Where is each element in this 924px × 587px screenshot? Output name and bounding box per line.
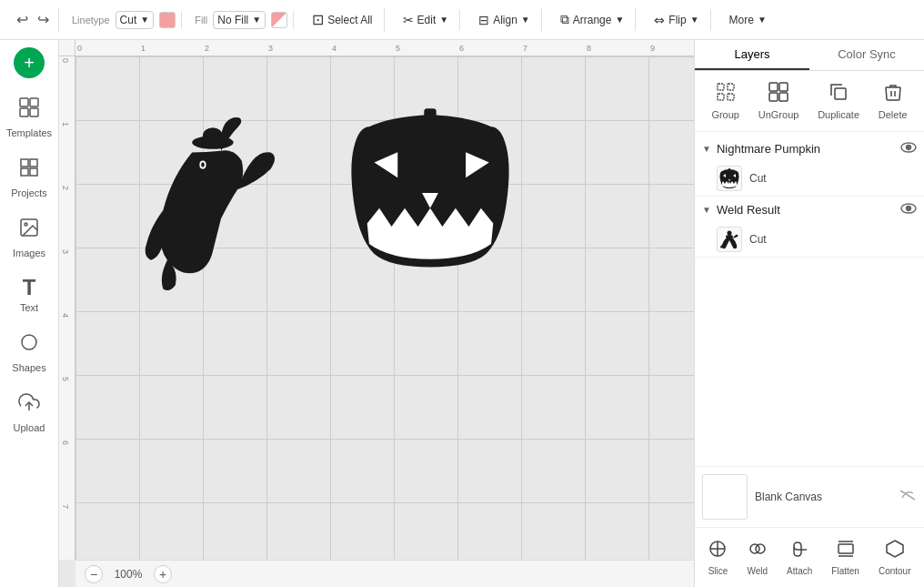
slice-button[interactable]: Slice bbox=[702, 535, 733, 580]
sidebar-item-upload-label: Upload bbox=[14, 422, 45, 433]
duplicate-label: Duplicate bbox=[818, 109, 859, 120]
arrange-button[interactable]: ⧉ Arrange ▼ bbox=[555, 8, 630, 31]
svg-rect-47 bbox=[839, 544, 853, 553]
svg-point-32 bbox=[907, 146, 911, 150]
ungroup-button[interactable]: UnGroup bbox=[751, 78, 807, 124]
svg-rect-1 bbox=[30, 98, 38, 106]
svg-marker-50 bbox=[887, 541, 903, 557]
more-button[interactable]: More ▼ bbox=[724, 10, 772, 30]
text-icon: T bbox=[23, 277, 36, 299]
preview-label: Blank Canvas bbox=[755, 491, 891, 503]
delete-button[interactable]: Delete bbox=[871, 78, 915, 124]
layer-thumb-pumpkin bbox=[717, 166, 742, 191]
svg-rect-0 bbox=[20, 98, 28, 106]
layer-thumb-witch bbox=[717, 227, 742, 252]
layer-header-nightmare-pumpkin[interactable]: ▼ Nightmare Pumpkin bbox=[695, 136, 924, 161]
sidebar-item-images[interactable]: Images bbox=[3, 209, 55, 266]
weld-icon bbox=[748, 539, 768, 563]
action-buttons-row: Group UnGroup bbox=[695, 71, 924, 132]
linetype-label: Linetype bbox=[72, 15, 110, 25]
svg-rect-22 bbox=[718, 94, 724, 100]
layer-group-weld-result: ▼ Weld Result bbox=[695, 197, 924, 258]
contour-button[interactable]: Contour bbox=[873, 535, 917, 580]
group-icon bbox=[716, 82, 736, 106]
svg-rect-21 bbox=[728, 84, 734, 90]
layer-item-pumpkin-cut-name: Cut bbox=[749, 172, 767, 185]
fill-select[interactable]: No Fill ▼ bbox=[213, 11, 266, 29]
layer-eye-nightmare-pumpkin[interactable] bbox=[900, 141, 917, 156]
sidebar-item-text[interactable]: T Text bbox=[3, 269, 55, 320]
align-group: ⊟ Align ▼ bbox=[467, 9, 542, 31]
group-button[interactable]: Group bbox=[704, 78, 747, 124]
layer-item-weld-cut-name: Cut bbox=[749, 233, 767, 246]
layer-item-pumpkin-cut[interactable]: Cut bbox=[695, 161, 924, 196]
preview-hide-button[interactable] bbox=[899, 489, 917, 505]
tab-layers[interactable]: Layers bbox=[695, 40, 809, 70]
svg-rect-5 bbox=[30, 159, 37, 167]
redo-button[interactable]: ↪ bbox=[34, 7, 53, 32]
sidebar-item-projects[interactable]: Projects bbox=[3, 149, 55, 206]
svg-rect-25 bbox=[779, 83, 788, 91]
left-sidebar: + Templates Projects bbox=[0, 40, 59, 587]
edit-button[interactable]: ✂ Edit ▼ bbox=[397, 9, 455, 31]
upload-icon bbox=[18, 391, 40, 419]
ungroup-icon bbox=[768, 82, 788, 106]
svg-point-15 bbox=[201, 162, 205, 167]
svg-point-9 bbox=[25, 223, 27, 226]
pumpkin-design bbox=[348, 106, 512, 279]
duplicate-button[interactable]: Duplicate bbox=[810, 78, 867, 124]
contour-label: Contour bbox=[879, 566, 911, 576]
ruler-tick-6: 6 bbox=[459, 44, 464, 53]
flip-button[interactable]: ⇔ Flip ▼ bbox=[648, 9, 704, 31]
svg-point-38 bbox=[907, 207, 911, 211]
sidebar-item-text-label: Text bbox=[20, 302, 38, 313]
fill-color-swatch[interactable] bbox=[271, 12, 287, 28]
ruler-h-inner: 0 1 2 3 4 5 6 7 8 9 bbox=[75, 40, 694, 56]
sidebar-item-shapes-label: Shapes bbox=[12, 362, 45, 373]
svg-rect-28 bbox=[835, 88, 846, 99]
layer-header-weld-result[interactable]: ▼ Weld Result bbox=[695, 197, 924, 222]
tab-color-sync[interactable]: Color Sync bbox=[809, 40, 924, 70]
shapes-icon bbox=[18, 331, 40, 359]
slice-icon bbox=[708, 539, 728, 563]
images-icon bbox=[18, 217, 40, 244]
attach-button[interactable]: Attach bbox=[781, 535, 818, 580]
svg-rect-3 bbox=[30, 108, 38, 116]
ruler-vtick-1: 1 bbox=[61, 122, 70, 127]
ruler-vtick-0: 0 bbox=[61, 58, 70, 63]
select-all-button[interactable]: ⊡ Select All bbox=[306, 7, 377, 32]
svg-rect-24 bbox=[769, 83, 778, 91]
arrange-group: ⧉ Arrange ▼ bbox=[549, 8, 637, 31]
zoom-out-button[interactable]: − bbox=[85, 565, 103, 583]
svg-point-10 bbox=[22, 335, 36, 349]
sidebar-item-templates[interactable]: Templates bbox=[3, 89, 55, 146]
layer-group-nightmare-pumpkin: ▼ Nightmare Pumpkin bbox=[695, 136, 924, 197]
flip-group: ⇔ Flip ▼ bbox=[643, 9, 710, 31]
svg-rect-2 bbox=[20, 108, 28, 116]
edit-group: ✂ Edit ▼ bbox=[392, 9, 461, 31]
zoom-in-button[interactable]: + bbox=[154, 565, 172, 583]
align-button[interactable]: ⊟ Align ▼ bbox=[473, 9, 536, 31]
layer-chevron-weld-result: ▼ bbox=[702, 205, 711, 215]
linetype-group: Linetype Cut ▼ bbox=[66, 11, 182, 29]
canvas-area[interactable]: 0 1 2 3 4 5 6 7 8 9 0 1 2 3 4 5 6 bbox=[59, 40, 694, 587]
sidebar-item-upload[interactable]: Upload bbox=[3, 384, 55, 440]
flatten-button[interactable]: Flatten bbox=[826, 535, 865, 580]
linetype-select[interactable]: Cut ▼ bbox=[116, 11, 155, 29]
linetype-color-swatch[interactable] bbox=[159, 12, 176, 28]
new-button[interactable]: + bbox=[14, 47, 45, 78]
svg-point-46 bbox=[756, 544, 765, 553]
ruler-tick-7: 7 bbox=[523, 44, 527, 53]
layer-eye-weld-result[interactable] bbox=[900, 202, 917, 217]
undo-button[interactable]: ↩ bbox=[13, 7, 32, 32]
weld-button[interactable]: Weld bbox=[741, 535, 773, 580]
attach-icon bbox=[789, 539, 809, 563]
canvas-surface[interactable] bbox=[75, 56, 694, 560]
layer-item-weld-cut[interactable]: Cut bbox=[695, 222, 924, 257]
svg-point-39 bbox=[728, 231, 732, 236]
layer-name-nightmare-pumpkin: Nightmare Pumpkin bbox=[717, 142, 895, 156]
sidebar-item-shapes[interactable]: Shapes bbox=[3, 324, 55, 380]
ruler-tick-1: 1 bbox=[141, 44, 146, 53]
ruler-tick-5: 5 bbox=[396, 44, 400, 53]
ruler-vtick-5: 5 bbox=[61, 377, 70, 381]
